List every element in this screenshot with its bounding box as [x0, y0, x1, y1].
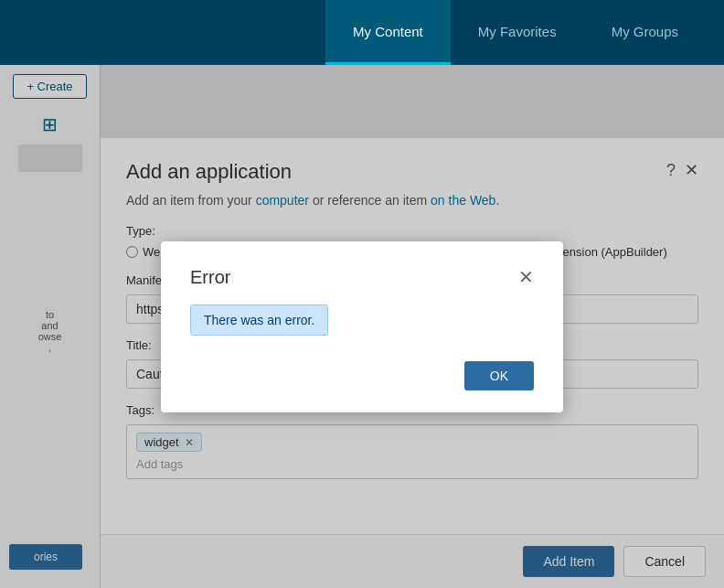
nav-tab-my-groups-label: My Groups — [612, 24, 678, 39]
nav-tab-my-content[interactable]: My Content — [325, 0, 451, 65]
error-dialog-header: Error ✕ — [190, 267, 534, 288]
nav-tab-my-favorites[interactable]: My Favorites — [451, 0, 584, 65]
error-ok-button[interactable]: OK — [464, 361, 534, 390]
top-nav: My Content My Favorites My Groups — [0, 0, 724, 65]
nav-tabs: My Content My Favorites My Groups — [325, 0, 706, 65]
error-overlay: Error ✕ There was an error. OK — [0, 65, 724, 588]
error-dialog: Error ✕ There was an error. OK — [161, 241, 563, 412]
error-dialog-title: Error — [190, 267, 230, 288]
nav-tab-my-groups[interactable]: My Groups — [584, 0, 706, 65]
error-ok-button-label: OK — [490, 369, 508, 383]
error-message: There was an error. — [190, 305, 328, 336]
error-close-button[interactable]: ✕ — [518, 268, 534, 286]
main-layout: + Create ⊞ to and owse , ories Add an ap… — [0, 65, 724, 588]
error-footer: OK — [190, 361, 534, 390]
nav-tab-my-content-label: My Content — [353, 24, 423, 39]
error-close-icon: ✕ — [518, 267, 534, 287]
nav-tab-my-favorites-label: My Favorites — [478, 24, 557, 39]
